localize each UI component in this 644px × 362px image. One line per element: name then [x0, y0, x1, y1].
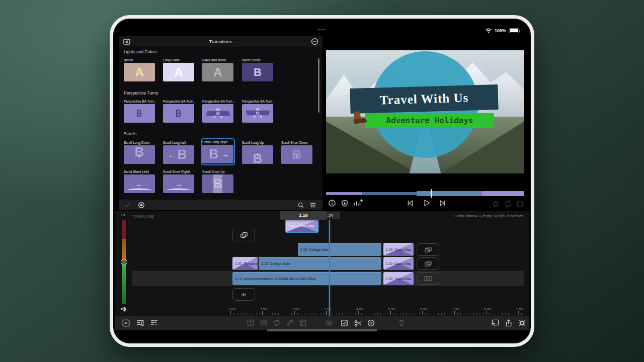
clip-perspective-transition[interactable]: 1.00 Perspectiv — [232, 257, 258, 270]
video-preview[interactable]: Travel With Us Adventure Holidays — [326, 50, 524, 173]
ruler-minor-ticks — [230, 313, 524, 315]
transition-tile-scroll-short-left1[interactable]: Scroll Short Left1 ← — [124, 169, 156, 193]
preview-layout-icon[interactable] — [491, 319, 500, 326]
favorite-filter-icon[interactable] — [124, 202, 131, 209]
transition-tile-perspective-4[interactable]: Perspective BA Turn… AB — [242, 99, 274, 123]
tile-label: Perspective BA Turn… — [163, 99, 195, 104]
tile-glyph: B — [124, 104, 148, 123]
ruler-tick-label: 5.00 — [388, 307, 395, 311]
sort-icon[interactable] — [309, 202, 316, 209]
track3-filmstrip-button[interactable] — [417, 272, 439, 285]
clip-cross-dissolve-3[interactable]: 1.00 Cross Diss — [383, 272, 414, 285]
ruler-tick-label: 4.00 — [356, 307, 363, 311]
bottom-toolbar — [115, 316, 529, 330]
panel-scrollbar[interactable] — [318, 58, 319, 113]
timeline-label: TIMELINE — [132, 214, 154, 219]
audio-track-button[interactable] — [232, 288, 255, 301]
search-icon[interactable] — [297, 202, 304, 209]
audio-level-meter[interactable] — [121, 220, 127, 304]
timeline-playhead[interactable] — [329, 220, 330, 316]
tile-label: Scroll Long Right — [202, 140, 233, 145]
clip-cross-dissolve-1[interactable]: 1.00 Cross Diss — [383, 243, 414, 256]
transition-tile-perspective-3[interactable]: Perspective BA Turn… AB — [202, 99, 234, 123]
play-button-icon[interactable] — [422, 198, 431, 208]
clip-name: pexels-pressmaster-3214448-3840x2160-25f… — [244, 277, 315, 281]
tile-glyph: A — [202, 63, 233, 81]
transition-tile-perspective-1[interactable]: Perspective BA Turn… B — [124, 99, 156, 123]
display-options-icon[interactable] — [341, 199, 349, 207]
transition-tile-scroll-short-right1[interactable]: Scroll Short Right1 → — [163, 169, 195, 193]
transition-tile-scroll-short-down[interactable]: Scroll Short Down B↓ — [281, 140, 313, 164]
home-indicator[interactable] — [267, 329, 377, 331]
dimmed-player-icon-3[interactable] — [516, 200, 524, 208]
transition-tile-perspective-2[interactable]: Perspective BA Turn… B — [163, 99, 195, 123]
dimmed-tool-icon-4[interactable] — [286, 319, 294, 327]
gain-value: +0 — [121, 213, 125, 217]
transition-tile-bloom[interactable]: Bloom A — [124, 58, 156, 81]
ruler-tick-label: 8.00 — [484, 307, 491, 311]
settings-gear-icon[interactable] — [518, 319, 526, 327]
transition-tile-scroll-long-right-selected[interactable]: Scroll Long Right B→ — [202, 139, 234, 164]
split-clip-icon[interactable] — [354, 319, 362, 327]
audio-meters-icon[interactable] — [353, 199, 363, 207]
clip-duration: 1.00 — [235, 262, 242, 265]
title-banner: Travel With Us — [350, 84, 498, 114]
tile-label: Scroll Short Left1 — [124, 169, 156, 174]
dimmed-tool-icon-1[interactable] — [247, 319, 255, 327]
clip-duration: 1.00 — [288, 224, 295, 228]
multitasking-dots: ••• — [115, 27, 529, 32]
timeline[interactable]: TIMELINE LumaFusion 4.1 [25 fps, SDR] 5.… — [115, 211, 529, 316]
hiking-boot-icon — [351, 109, 368, 126]
clip-duration: 4.15 — [235, 277, 242, 281]
clip-name: Cross Diss — [394, 248, 411, 251]
transition-tile-black-and-white[interactable]: Black and White A — [202, 58, 234, 81]
transition-tile-long-flash[interactable]: Long Flash A — [163, 58, 195, 81]
transition-tile-invert-shock[interactable]: Invert Shock B — [242, 58, 274, 81]
clip-collage-main-2[interactable]: 3.15 Collage-Main — [259, 257, 381, 270]
tile-label: Scroll Long Up — [242, 140, 274, 145]
add-clip-icon[interactable] — [367, 319, 375, 327]
delete-icon[interactable] — [397, 319, 406, 327]
clip-pexels-footage[interactable]: 4.15 pexels-pressmaster-3214448-3840x216… — [232, 272, 381, 285]
skip-forward-icon[interactable] — [438, 199, 447, 208]
preview-scrubber[interactable] — [326, 190, 524, 197]
speaker-icon[interactable] — [120, 306, 128, 313]
clip-duration: 3.15 — [261, 262, 268, 265]
more-options-icon[interactable] — [311, 38, 318, 45]
dimmed-tool-icon-3[interactable] — [273, 319, 281, 327]
tile-label: Long Flash — [163, 58, 195, 63]
clip-duration: 1.00 — [386, 277, 392, 281]
dimmed-tool-icon-6[interactable] — [325, 319, 333, 327]
dimmed-tool-icon-5[interactable] — [299, 319, 307, 327]
dimmed-player-icon-2[interactable] — [504, 200, 512, 208]
transition-tile-scroll-long-up[interactable]: Scroll Long Up B↑ — [242, 140, 274, 164]
track-insert-button[interactable] — [232, 229, 255, 241]
track1-layers-button[interactable] — [417, 243, 439, 256]
share-export-icon[interactable] — [505, 319, 513, 327]
transition-tile-scroll-short-up[interactable]: Scroll Short Up B↑ — [202, 169, 234, 193]
project-manager-icon[interactable] — [122, 319, 130, 327]
wifi-icon — [485, 28, 492, 33]
tile-label: Scroll Short Down — [281, 140, 313, 145]
subtitle-text: Adventure Holidays — [386, 116, 473, 125]
multi-select-icon[interactable] — [340, 319, 349, 327]
transition-tile-scroll-long-down[interactable]: Scroll Long Down B↓ — [124, 140, 156, 164]
scrubber-playhead[interactable] — [431, 189, 432, 198]
clip-collage-main-1[interactable]: 2.15 Collage-Main — [298, 243, 381, 256]
tile-glyph: B — [246, 111, 270, 115]
track2-layers-button[interactable] — [417, 257, 439, 270]
dimmed-tool-icon-2[interactable] — [260, 319, 268, 327]
transition-tile-scroll-long-left[interactable]: Scroll Long Left B← — [163, 140, 195, 164]
tile-glyph: B — [163, 104, 189, 123]
clip-duration: 1.00 — [386, 248, 392, 251]
transition-preview-icon[interactable] — [138, 202, 145, 209]
dimmed-player-icon-1[interactable] — [492, 200, 500, 208]
track-options-icon[interactable] — [150, 319, 158, 327]
info-icon[interactable] — [328, 199, 336, 207]
clip-cross-dissolve-2[interactable]: 1.00 Cross Diss — [383, 257, 414, 270]
skip-back-icon[interactable] — [406, 199, 415, 208]
track-layout-icon[interactable] — [136, 319, 144, 327]
clip-scroll-long-transition[interactable]: 1.00 Scroll Long — [286, 220, 318, 232]
level-knob[interactable] — [121, 259, 127, 265]
tile-label: Scroll Long Left — [163, 140, 195, 145]
